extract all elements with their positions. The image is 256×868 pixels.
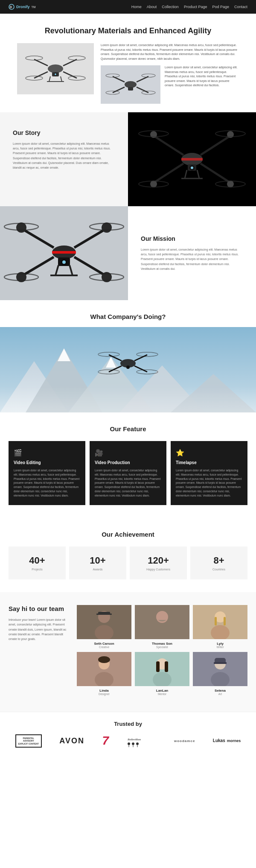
- achievement-title: Our Achievement: [9, 531, 247, 538]
- team-role-5: Art: [193, 693, 247, 696]
- team-name-3: Linda: [77, 689, 131, 693]
- hero-text-2: Lorem ipsum dolor sit amet, consectetur …: [165, 65, 239, 104]
- feature-name-0: Video Editing: [14, 460, 80, 465]
- feature-name-1: Video Production: [95, 460, 161, 465]
- team-row-2: Linda Designer: [77, 652, 247, 696]
- mission-image: [0, 206, 128, 300]
- mission-title: Our Mission: [141, 235, 243, 242]
- team-member-0: Seth Carson Creative: [77, 605, 131, 649]
- team-photo-0: [77, 605, 131, 639]
- svg-point-57: [16, 222, 26, 233]
- svg-point-106: [98, 656, 110, 663]
- svg-rect-28: [128, 87, 133, 91]
- achievement-card-2: 120+ Happy Customers: [130, 547, 187, 579]
- svg-rect-111: [165, 661, 168, 672]
- svg-point-89: [126, 365, 130, 369]
- trusted-section: Trusted by PARENTALADVISORYEXPLICIT CONT…: [0, 712, 256, 756]
- doing-title: What Company's Doing?: [0, 313, 256, 320]
- team-name-5: Selena: [193, 689, 247, 693]
- navigation: D Dronify TM Home About Collection Produ…: [0, 0, 256, 14]
- team-photo-2: [193, 605, 247, 639]
- hero-text-1: Lorem ipsum dolor sit amet, consectetur …: [101, 43, 239, 61]
- nav-collection[interactable]: Collection: [162, 5, 179, 9]
- nav-home[interactable]: Home: [131, 5, 142, 9]
- achievement-number-1: 10+: [73, 555, 122, 566]
- svg-point-67: [62, 260, 66, 264]
- features-title: Our Feature: [9, 425, 247, 433]
- team-member-5: Selena Art: [193, 652, 247, 696]
- person-svg-0: [87, 605, 121, 639]
- team-photo-1: [135, 605, 189, 639]
- feature-card-0: 🎬 Video Editing Lorem ipsum dolor sit am…: [9, 441, 85, 505]
- svg-point-38: [150, 181, 157, 187]
- logo-superscript: TM: [32, 6, 36, 9]
- team-member-2: Lyly Writer: [193, 605, 247, 649]
- hero-section: Revolutionary Materials and Enhanced Agi…: [0, 14, 256, 112]
- achievement-card-0: 40+ Projects: [9, 547, 66, 579]
- team-member-4: LanLan Mentor: [135, 652, 189, 696]
- trusted-logos: PARENTALADVISORYEXPLICIT CONTENT AVON 7 …: [9, 734, 247, 748]
- svg-point-118: [128, 742, 130, 745]
- team-name-2: Lyly: [193, 642, 247, 646]
- hero-main-image: [17, 43, 94, 94]
- svg-point-14: [55, 73, 56, 75]
- team-intro: Say hi to our team Introduce your team! …: [9, 605, 68, 699]
- person-svg-2: [203, 605, 237, 639]
- team-role-2: Writer: [193, 646, 247, 649]
- story-section: Our Story Lorem ipsum dolor sit amet, co…: [0, 112, 256, 206]
- nav-product-page[interactable]: Product Page: [184, 5, 207, 9]
- logo-text: Dronify: [16, 5, 30, 9]
- team-name-0: Seth Carson: [77, 642, 131, 646]
- feature-name-2: Timelapse: [176, 460, 242, 465]
- team-name-4: LanLan: [135, 689, 189, 693]
- svg-point-39: [227, 181, 234, 187]
- trusted-logo-advisory: PARENTALADVISORYEXPLICIT CONTENT: [15, 734, 42, 748]
- story-drone-svg: [128, 112, 256, 206]
- doing-section: What Company's Doing?: [0, 300, 256, 412]
- drone-svg-1: [17, 43, 94, 94]
- story-image: [128, 112, 256, 206]
- feature-icon-0: 🎬: [14, 449, 80, 457]
- features-section: Our Feature 🎬 Video Editing Lorem ipsum …: [0, 412, 256, 518]
- person-svg-4: [145, 652, 179, 686]
- svg-rect-68: [52, 251, 76, 254]
- team-photo-3: [77, 652, 131, 686]
- feature-desc-2: Lorem ipsum dolor sit amet, consectetur …: [176, 468, 242, 497]
- hero-content: Lorem ipsum dolor sit amet, consectetur …: [17, 43, 239, 104]
- svg-point-120: [132, 742, 134, 745]
- team-row-1: Seth Carson Creative Thomas So: [77, 605, 247, 649]
- trusted-logo-lukas: Lukasmornes: [213, 738, 241, 743]
- svg-point-46: [191, 167, 193, 169]
- trusted-title: Trusted by: [9, 721, 247, 727]
- story-text: Lorem ipsum dolor sit amet, consectetur …: [13, 141, 115, 170]
- feature-card-1: 🎥 Video Production Lorem ipsum dolor sit…: [90, 441, 166, 505]
- nav-about[interactable]: About: [147, 5, 157, 9]
- svg-rect-116: [214, 662, 227, 664]
- team-role-3: Designer: [77, 693, 131, 696]
- doing-banner: [0, 327, 256, 412]
- svg-rect-94: [96, 614, 112, 615]
- feature-card-2: ⭐ Timelapse Lorem ipsum dolor sit amet, …: [171, 441, 247, 505]
- svg-rect-110: [156, 661, 160, 672]
- team-grid: Seth Carson Creative Thomas So: [77, 605, 247, 699]
- nav-contact[interactable]: Contact: [234, 5, 247, 9]
- achievement-number-3: 8+: [195, 555, 243, 566]
- hero-small-image: [101, 65, 160, 104]
- feature-desc-0: Lorem ipsum dolor sit amet, consectetur …: [14, 468, 80, 497]
- svg-point-58: [102, 222, 112, 233]
- mission-drone-svg: [0, 206, 128, 300]
- hero-right-bottom: Lorem ipsum dolor sit amet, consectetur …: [101, 65, 239, 104]
- achievement-label-0: Projects: [13, 568, 61, 571]
- trusted-logo-bellevillon: Bellevillon: [127, 734, 157, 747]
- drone-svg-2: [101, 65, 160, 104]
- mission-section: Our Mission Lorem ipsum dolor sit amet, …: [0, 206, 256, 300]
- achievement-grid: 40+ Projects 10+ Awards 120+ Happy Custo…: [9, 547, 247, 579]
- achievement-section: Our Achievement 40+ Projects 10+ Awards …: [0, 518, 256, 592]
- svg-text:D: D: [10, 6, 12, 9]
- hero-right: Lorem ipsum dolor sit amet, consectetur …: [101, 43, 239, 104]
- trusted-logo-woodamce: woodamce: [174, 739, 195, 743]
- nav-pod-page[interactable]: Pod Page: [212, 5, 229, 9]
- team-section: Say hi to our team Introduce your team! …: [0, 592, 256, 712]
- team-role-4: Mentor: [135, 693, 189, 696]
- team-member-3: Linda Designer: [77, 652, 131, 696]
